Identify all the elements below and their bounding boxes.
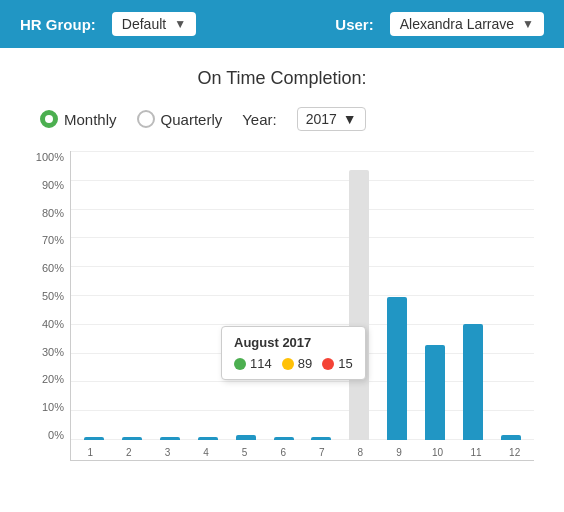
tooltip-yellow-value: 89	[298, 356, 312, 371]
tooltip-yellow-item: 89	[282, 356, 312, 371]
chart-bar[interactable]	[311, 437, 331, 440]
bars-area	[71, 151, 534, 440]
main-content: On Time Completion: Monthly Quarterly Ye…	[0, 48, 564, 471]
year-value: 2017	[306, 111, 337, 127]
quarterly-label: Quarterly	[161, 111, 223, 128]
chart-bar[interactable]	[463, 324, 483, 440]
quarterly-radio-circle[interactable]	[137, 110, 155, 128]
year-label: Year:	[242, 111, 276, 128]
y-axis-label: 50%	[42, 290, 64, 302]
monthly-label: Monthly	[64, 111, 117, 128]
tooltip-red-item: 15	[322, 356, 352, 371]
x-axis-label: 11	[457, 447, 496, 458]
green-dot-icon	[234, 358, 246, 370]
x-axis-label: 6	[264, 447, 303, 458]
chart-bar[interactable]	[84, 437, 104, 440]
quarterly-radio[interactable]: Quarterly	[137, 110, 223, 128]
tooltip-green-item: 114	[234, 356, 272, 371]
hr-group-value: Default	[122, 16, 166, 32]
bar-group	[340, 170, 378, 440]
tooltip-items: 114 89 15	[234, 356, 353, 371]
y-axis-label: 60%	[42, 262, 64, 274]
y-axis-label: 10%	[42, 401, 64, 413]
x-axis-label: 1	[71, 447, 110, 458]
x-axis-label: 10	[418, 447, 457, 458]
x-axis-label: 7	[302, 447, 341, 458]
y-axis-label: 30%	[42, 346, 64, 358]
y-axis-label: 0%	[48, 429, 64, 441]
user-value: Alexandra Larrave	[400, 16, 514, 32]
hr-group-label: HR Group:	[20, 16, 96, 33]
x-axis-label: 3	[148, 447, 187, 458]
x-axis-label: 2	[110, 447, 149, 458]
chart-bar[interactable]	[160, 437, 180, 440]
year-arrow-icon: ▼	[343, 111, 357, 127]
y-axis-label: 70%	[42, 234, 64, 246]
y-axis-label: 100%	[36, 151, 64, 163]
year-select[interactable]: 2017 ▼	[297, 107, 366, 131]
monthly-radio[interactable]: Monthly	[40, 110, 117, 128]
chart-container: 100%90%80%70%60%50%40%30%20%10%0% 123456…	[30, 151, 534, 461]
bar-group	[454, 324, 492, 440]
y-axis-label: 20%	[42, 373, 64, 385]
bar-group	[492, 435, 530, 440]
x-axis-label: 4	[187, 447, 226, 458]
bar-group	[227, 435, 265, 440]
bar-group	[151, 437, 189, 440]
red-dot-icon	[322, 358, 334, 370]
hr-group-arrow-icon: ▼	[174, 17, 186, 31]
bar-group	[75, 437, 113, 440]
x-axis-label: 8	[341, 447, 380, 458]
filter-row: Monthly Quarterly Year: 2017 ▼	[30, 107, 534, 131]
bar-group	[113, 437, 151, 440]
chart-plot: 123456789101112 August 2017 114 89	[70, 151, 534, 461]
user-arrow-icon: ▼	[522, 17, 534, 31]
monthly-radio-circle[interactable]	[40, 110, 58, 128]
hr-group-select[interactable]: Default ▼	[112, 12, 196, 36]
bar-group	[416, 345, 454, 440]
bar-group	[265, 437, 303, 440]
y-axis-label: 90%	[42, 179, 64, 191]
tooltip-red-value: 15	[338, 356, 352, 371]
y-axis: 100%90%80%70%60%50%40%30%20%10%0%	[30, 151, 70, 461]
x-axis-label: 5	[225, 447, 264, 458]
chart-bar[interactable]	[122, 437, 142, 440]
chart-bar[interactable]	[425, 345, 445, 440]
chart-title: On Time Completion:	[30, 68, 534, 89]
yellow-dot-icon	[282, 358, 294, 370]
chart-bar[interactable]	[387, 297, 407, 440]
chart-bar[interactable]	[198, 437, 218, 440]
y-axis-label: 40%	[42, 318, 64, 330]
chart-bar[interactable]	[274, 437, 294, 440]
chart-bar[interactable]	[236, 435, 256, 440]
user-select[interactable]: Alexandra Larrave ▼	[390, 12, 544, 36]
tooltip-green-value: 114	[250, 356, 272, 371]
user-label: User:	[335, 16, 373, 33]
bar-group	[378, 297, 416, 440]
bar-group	[303, 437, 341, 440]
chart-bar[interactable]	[501, 435, 521, 440]
chart-bar[interactable]	[349, 170, 369, 440]
x-axis-label: 12	[495, 447, 534, 458]
y-axis-label: 80%	[42, 207, 64, 219]
tooltip: August 2017 114 89 15	[221, 326, 366, 380]
header: HR Group: Default ▼ User: Alexandra Larr…	[0, 0, 564, 48]
x-axis-label: 9	[380, 447, 419, 458]
bar-group	[189, 437, 227, 440]
tooltip-title: August 2017	[234, 335, 353, 350]
x-labels: 123456789101112	[71, 447, 534, 458]
